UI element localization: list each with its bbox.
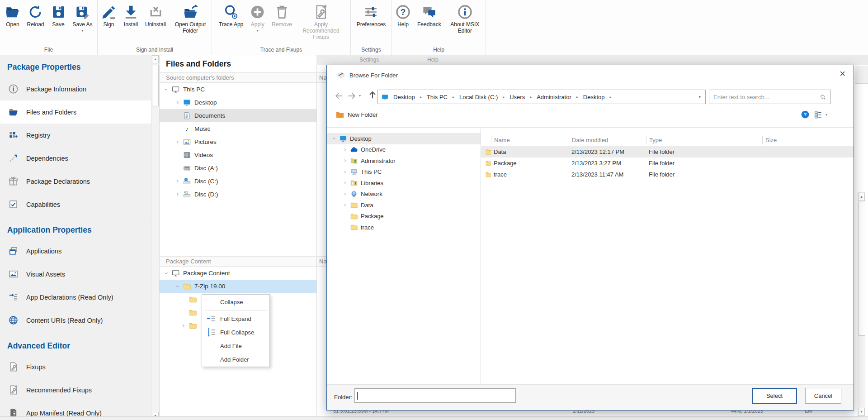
menu-item-add-folder[interactable]: Add Folder	[202, 353, 269, 366]
chevron-right-icon[interactable]	[175, 100, 183, 105]
chevron-right-icon[interactable]	[175, 178, 183, 184]
cancel-button[interactable]: Cancel	[805, 388, 841, 404]
tree-item-package[interactable]: Package	[327, 211, 481, 222]
menu-item-collapse[interactable]: Collapse	[202, 295, 269, 309]
tree-item-data[interactable]: Data	[327, 200, 481, 211]
tree-item-desktop[interactable]: Desktop	[160, 96, 316, 109]
chevron-down-icon[interactable]	[175, 283, 183, 289]
chevron-right-icon[interactable]	[342, 169, 350, 175]
tree-item-desktop[interactable]: Desktop	[327, 133, 481, 144]
breadcrumb-item[interactable]: Administrator	[536, 94, 572, 100]
chevron-right-icon[interactable]	[175, 191, 183, 197]
close-icon[interactable]: ×	[840, 68, 845, 80]
trace-app-button[interactable]: Trace App	[216, 2, 246, 40]
sidebar-item-registry[interactable]: Registry	[0, 124, 151, 147]
help-icon[interactable]	[801, 110, 810, 119]
new-folder-button[interactable]: New Folder	[336, 110, 377, 119]
table-row-package[interactable]: Package 2/13/2023 3:27 PM File folder	[481, 158, 854, 169]
tree-item-network[interactable]: Network	[327, 189, 481, 200]
column-header-date-modified[interactable]: Date modified	[569, 136, 646, 144]
scroll-down-button[interactable]: ▼	[858, 408, 865, 416]
chevron-right-icon[interactable]	[175, 139, 183, 145]
open-output-folder-button[interactable]: Open Output Folder	[169, 2, 212, 34]
chevron-down-icon[interactable]	[163, 86, 171, 92]
sidebar-item-capabilities[interactable]: Capabilities	[0, 193, 151, 216]
sidebar-scrollbar[interactable]: ▲ ▼	[151, 55, 159, 420]
tree-item-trace[interactable]: trace	[327, 222, 481, 233]
feedback-button[interactable]: Feedback	[414, 2, 444, 34]
remove-button[interactable]: Remove	[269, 2, 295, 40]
preferences-button[interactable]: Preferences	[354, 2, 389, 28]
uninstall-button[interactable]: Uninstall	[142, 2, 169, 34]
chevron-right-icon[interactable]	[342, 158, 350, 163]
tree-item-this-pc[interactable]: This PC	[327, 167, 481, 178]
back-arrow-icon[interactable]	[334, 91, 344, 101]
forward-arrow-icon[interactable]	[347, 91, 357, 101]
tree-item-libraries[interactable]: Libraries	[327, 177, 481, 189]
background-scrollbar[interactable]: ▲ ▼	[858, 192, 865, 416]
sign-button[interactable]: Sign	[98, 2, 120, 34]
breadcrumb-item[interactable]: Desktop	[392, 94, 416, 100]
tree-item-disc-a[interactable]: Disc (A:)	[160, 162, 316, 175]
breadcrumb-dropdown-icon[interactable]: ▾	[698, 95, 702, 99]
open-button[interactable]: Open	[1, 2, 24, 33]
breadcrumb-item[interactable]: Desktop	[582, 94, 606, 100]
sidebar-item-files-and-folders[interactable]: Files and Folders	[0, 100, 151, 124]
tree-item-disc-c[interactable]: Disc (C:)	[160, 175, 316, 188]
breadcrumb-item[interactable]: Local Disk (C:)	[458, 94, 499, 100]
apply-recommended-fixups-button[interactable]: Apply Recommended Fixups	[295, 2, 347, 40]
save-button[interactable]: Save	[47, 2, 70, 33]
table-row-data[interactable]: Data 2/13/2023 12:17 PM File folder	[481, 146, 854, 158]
search-icon[interactable]	[820, 94, 826, 100]
scroll-up-button[interactable]: ▲	[858, 193, 865, 201]
apply-button[interactable]: Apply▾	[246, 2, 269, 40]
sidebar-item-content-uris[interactable]: Content URIs (Read Only)	[0, 309, 151, 332]
help-button[interactable]: Help	[392, 2, 414, 34]
tree-item-this-pc[interactable]: This PC	[160, 83, 316, 96]
history-chevron-icon[interactable]: ▾	[359, 94, 361, 98]
tree-item-disc-d[interactable]: Disc (D:)	[160, 188, 316, 201]
sidebar-item-package-declarations[interactable]: Package Declarations	[0, 170, 151, 193]
chevron-right-icon[interactable]	[342, 180, 350, 186]
sidebar-item-fixups[interactable]: Fixups	[0, 355, 151, 378]
scrollbar-thumb[interactable]	[859, 202, 865, 336]
scroll-up-button[interactable]: ▲	[152, 55, 159, 63]
menu-item-full-collapse[interactable]: Full Collapse	[202, 325, 269, 339]
tree-item-documents[interactable]: Documents	[160, 109, 316, 122]
sidebar-item-applications[interactable]: Applications	[0, 239, 151, 262]
column-header-type[interactable]: Type	[646, 136, 762, 144]
about-msix-editor-button[interactable]: About MSIX Editor	[444, 2, 486, 34]
view-dropdown-icon[interactable]: ▾	[826, 113, 827, 117]
save-as-button[interactable]: Save As▾	[70, 2, 96, 33]
sidebar-item-recommended-fixups[interactable]: Recommended Fixups	[0, 378, 151, 401]
sidebar-item-visual-assets[interactable]: Visual Assets	[0, 262, 151, 286]
column-header-size[interactable]: Size	[762, 136, 854, 144]
sidebar-item-app-declarations[interactable]: App Declarations (Read Only)	[0, 286, 151, 309]
breadcrumb-item[interactable]: This PC	[426, 94, 448, 100]
column-header-name[interactable]: Name	[491, 136, 569, 144]
install-button[interactable]: Install	[120, 2, 142, 34]
reload-button[interactable]: Reload	[24, 2, 47, 33]
tree-item-onedrive[interactable]: OneDrive	[327, 144, 481, 156]
search-input[interactable]	[713, 94, 820, 100]
folder-input[interactable]	[354, 388, 516, 403]
chevron-right-icon[interactable]	[342, 147, 350, 153]
tree-item-7zip[interactable]: 7-Zip 19.00	[160, 280, 316, 293]
table-row-trace[interactable]: trace 2/13/2023 11:47 AM File folder	[481, 169, 854, 180]
chevron-down-icon[interactable]	[331, 136, 339, 141]
tree-item-package-content[interactable]: Package Content	[160, 267, 316, 280]
chevron-right-icon[interactable]	[180, 323, 189, 329]
select-button[interactable]: Select	[752, 388, 797, 404]
chevron-down-icon[interactable]	[163, 270, 171, 276]
breadcrumb[interactable]: Desktop▸ This PC▸ Local Disk (C:)▸ Users…	[377, 90, 706, 104]
view-list-icon[interactable]	[814, 110, 822, 119]
tree-item-music[interactable]: ♪Music	[160, 122, 316, 135]
sidebar-item-package-information[interactable]: Package Information	[0, 77, 151, 100]
tree-item-videos[interactable]: Videos	[160, 148, 316, 162]
chevron-right-icon[interactable]	[342, 202, 350, 208]
breadcrumb-item[interactable]: Users	[509, 94, 526, 100]
scrollbar-thumb[interactable]	[152, 65, 159, 106]
tree-item-administrator[interactable]: Administrator	[327, 155, 481, 167]
tree-item-pictures[interactable]: Pictures	[160, 135, 316, 148]
sidebar-item-dependencies[interactable]: Dependencies	[0, 147, 151, 170]
